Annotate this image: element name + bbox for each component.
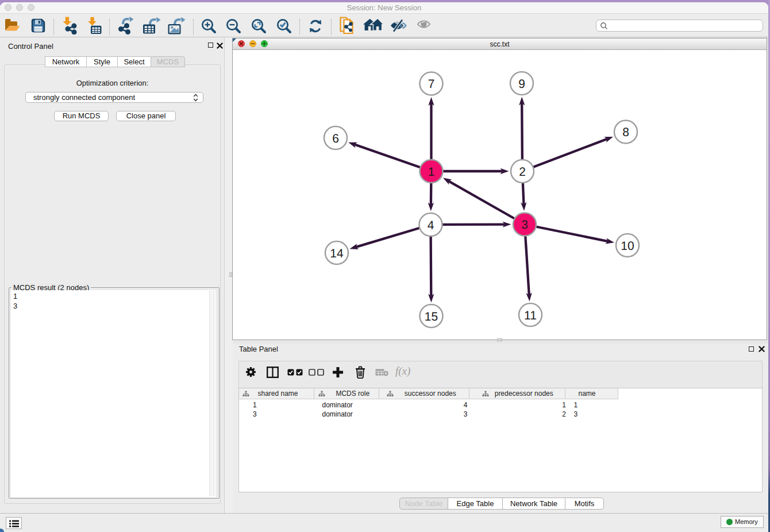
svg-text:1: 1 bbox=[428, 165, 435, 178]
svg-text:14: 14 bbox=[330, 246, 344, 260]
svg-text:3: 3 bbox=[521, 218, 528, 232]
svg-text:4: 4 bbox=[428, 218, 434, 232]
svg-text:7: 7 bbox=[428, 78, 435, 91]
svg-text:15: 15 bbox=[425, 310, 438, 323]
svg-text:6: 6 bbox=[332, 132, 339, 145]
svg-text:10: 10 bbox=[621, 239, 634, 252]
svg-text:9: 9 bbox=[518, 77, 525, 90]
svg-text:11: 11 bbox=[524, 309, 537, 322]
svg-text:2: 2 bbox=[519, 165, 526, 178]
svg-text:8: 8 bbox=[622, 126, 629, 139]
